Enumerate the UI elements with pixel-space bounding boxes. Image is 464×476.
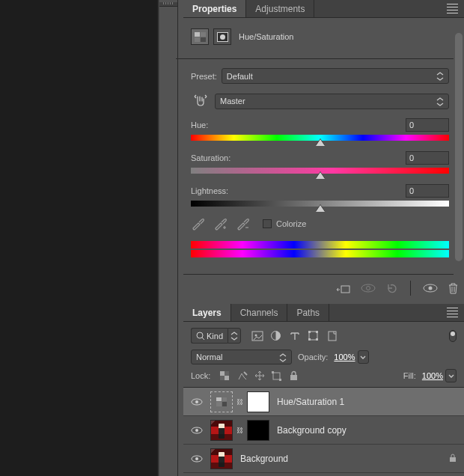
channel-value: Master: [220, 97, 245, 106]
colorize-label: Colorize: [276, 219, 306, 228]
svg-point-1: [361, 284, 375, 292]
svg-rect-29: [450, 457, 456, 462]
targeted-adjustment-icon[interactable]: [191, 91, 210, 111]
svg-rect-16: [225, 376, 229, 380]
svg-rect-0: [341, 286, 349, 293]
lock-icon: [449, 454, 457, 464]
opacity-label: Opacity:: [298, 353, 328, 361]
eyedropper-add-icon[interactable]: [213, 217, 227, 231]
eyedropper-subtract-icon[interactable]: [236, 217, 249, 231]
chevron-down-icon: [436, 97, 444, 106]
svg-rect-21: [279, 379, 281, 381]
link-icon[interactable]: ⛓: [236, 398, 243, 406]
preset-label: Preset:: [191, 72, 217, 81]
svg-rect-22: [290, 375, 297, 380]
blend-mode-value: Normal: [196, 353, 222, 361]
clip-to-layer-icon[interactable]: [337, 283, 350, 293]
lock-artboard-icon[interactable]: [271, 370, 282, 382]
visibility-icon[interactable]: [191, 424, 203, 436]
layer-filter-select[interactable]: Kind: [191, 328, 241, 344]
panel-menu-icon[interactable]: [447, 308, 458, 317]
filter-toggle[interactable]: [449, 330, 457, 342]
hue-input[interactable]: 0: [406, 118, 449, 132]
canvas-area: [0, 0, 157, 476]
image-thumb[interactable]: [210, 448, 233, 469]
chevron-down-icon: [279, 353, 287, 362]
lightness-slider[interactable]: [191, 201, 449, 207]
layer-name[interactable]: Background: [240, 454, 288, 464]
panel-menu-icon[interactable]: [447, 4, 458, 13]
svg-rect-20: [272, 371, 274, 373]
tab-layers[interactable]: Layers: [183, 304, 231, 321]
lock-transparent-icon[interactable]: [219, 370, 231, 382]
preset-select[interactable]: Default: [222, 68, 449, 84]
eyedropper-icon[interactable]: [191, 217, 204, 231]
link-icon[interactable]: ⛓: [236, 427, 243, 434]
filter-shape-icon[interactable]: [308, 330, 319, 341]
layer-row[interactable]: Background: [183, 445, 464, 473]
visibility-icon[interactable]: [191, 453, 203, 465]
filter-label: Kind: [207, 332, 223, 341]
visibility-icon[interactable]: [191, 396, 203, 408]
saturation-slider[interactable]: [191, 168, 449, 174]
properties-tabs: Properties Adjustments: [183, 0, 464, 18]
preset-value: Default: [227, 72, 253, 81]
filter-pixel-icon[interactable]: [251, 330, 263, 341]
colorize-checkbox[interactable]: [263, 219, 272, 228]
slider-thumb-icon[interactable]: [316, 139, 325, 146]
svg-point-24: [195, 400, 198, 403]
opacity-dropdown[interactable]: [358, 350, 369, 364]
properties-footer: [183, 274, 464, 302]
trash-icon[interactable]: [448, 283, 458, 294]
visibility-icon[interactable]: [423, 284, 438, 293]
mask-thumb[interactable]: [247, 391, 269, 412]
svg-point-28: [195, 457, 198, 460]
tab-adjustments[interactable]: Adjustments: [246, 0, 314, 17]
layer-row[interactable]: ⛓ Hue/Saturation 1: [183, 388, 464, 416]
filter-adjustment-icon[interactable]: [270, 330, 281, 341]
svg-point-7: [254, 334, 257, 336]
panel-collapse-strip[interactable]: [159, 0, 178, 476]
reset-icon[interactable]: [386, 283, 398, 293]
channel-select[interactable]: Master: [215, 94, 449, 109]
lightness-label: Lightness:: [191, 186, 228, 195]
lightness-input[interactable]: 0: [406, 184, 449, 198]
hue-slider[interactable]: [191, 135, 449, 141]
opacity-value[interactable]: 100%: [334, 353, 355, 361]
slider-thumb-icon[interactable]: [316, 172, 325, 179]
hue-range-bars[interactable]: [191, 241, 449, 257]
adjustment-type-icon[interactable]: [191, 28, 209, 45]
slider-thumb-icon[interactable]: [316, 205, 325, 212]
tab-channels[interactable]: Channels: [231, 304, 288, 321]
layer-row[interactable]: ⛓ Background copy: [183, 416, 464, 445]
tab-properties[interactable]: Properties: [183, 0, 246, 17]
layers-tabs: Layers Channels Paths: [183, 304, 464, 322]
lock-all-icon[interactable]: [288, 370, 299, 382]
mask-icon-button[interactable]: [213, 28, 231, 45]
lock-image-icon[interactable]: [236, 370, 248, 382]
lock-position-icon[interactable]: [254, 370, 265, 382]
view-previous-icon[interactable]: [361, 284, 376, 293]
fill-dropdown[interactable]: [445, 369, 457, 382]
layer-name[interactable]: Background copy: [277, 425, 347, 436]
svg-rect-11: [316, 331, 318, 333]
chevron-down-icon: [436, 72, 444, 81]
saturation-input[interactable]: 0: [406, 151, 449, 165]
adjustment-title: Hue/Saturation: [239, 32, 293, 41]
adjustment-thumb-icon[interactable]: [210, 391, 233, 412]
lock-label: Lock:: [191, 371, 210, 380]
mask-thumb[interactable]: [247, 420, 269, 441]
fill-label: Fill:: [403, 371, 416, 380]
svg-rect-18: [220, 376, 225, 380]
filter-smart-icon[interactable]: [326, 330, 338, 341]
svg-point-5: [197, 332, 203, 338]
tab-paths[interactable]: Paths: [287, 304, 329, 321]
image-thumb[interactable]: [210, 420, 233, 441]
blend-mode-select[interactable]: Normal: [191, 350, 292, 364]
filter-type-icon[interactable]: [289, 330, 300, 341]
svg-rect-10: [308, 331, 311, 333]
layer-name[interactable]: Hue/Saturation 1: [277, 397, 344, 407]
saturation-label: Saturation:: [191, 153, 231, 162]
svg-point-2: [367, 287, 370, 290]
fill-value[interactable]: 100%: [422, 371, 443, 380]
